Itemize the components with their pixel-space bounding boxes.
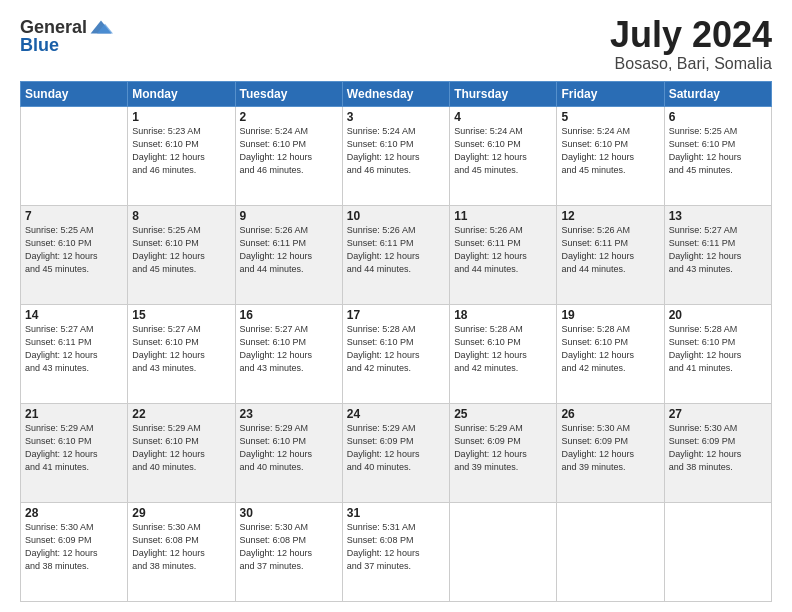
header-thursday: Thursday: [450, 81, 557, 106]
day-number: 13: [669, 209, 767, 223]
day-info: Sunrise: 5:27 AM Sunset: 6:11 PM Dayligh…: [25, 323, 123, 375]
day-info: Sunrise: 5:26 AM Sunset: 6:11 PM Dayligh…: [454, 224, 552, 276]
day-number: 15: [132, 308, 230, 322]
day-info: Sunrise: 5:26 AM Sunset: 6:11 PM Dayligh…: [561, 224, 659, 276]
day-number: 8: [132, 209, 230, 223]
day-info: Sunrise: 5:30 AM Sunset: 6:08 PM Dayligh…: [240, 521, 338, 573]
day-info: Sunrise: 5:25 AM Sunset: 6:10 PM Dayligh…: [669, 125, 767, 177]
day-info: Sunrise: 5:30 AM Sunset: 6:09 PM Dayligh…: [561, 422, 659, 474]
day-info: Sunrise: 5:29 AM Sunset: 6:09 PM Dayligh…: [347, 422, 445, 474]
header-tuesday: Tuesday: [235, 81, 342, 106]
day-number: 10: [347, 209, 445, 223]
day-number: 3: [347, 110, 445, 124]
day-number: 19: [561, 308, 659, 322]
day-number: 28: [25, 506, 123, 520]
table-row: 6Sunrise: 5:25 AM Sunset: 6:10 PM Daylig…: [664, 106, 771, 205]
day-number: 5: [561, 110, 659, 124]
table-row: 11Sunrise: 5:26 AM Sunset: 6:11 PM Dayli…: [450, 205, 557, 304]
table-row: 3Sunrise: 5:24 AM Sunset: 6:10 PM Daylig…: [342, 106, 449, 205]
day-info: Sunrise: 5:26 AM Sunset: 6:11 PM Dayligh…: [240, 224, 338, 276]
day-info: Sunrise: 5:28 AM Sunset: 6:10 PM Dayligh…: [454, 323, 552, 375]
table-row: 10Sunrise: 5:26 AM Sunset: 6:11 PM Dayli…: [342, 205, 449, 304]
table-row: 20Sunrise: 5:28 AM Sunset: 6:10 PM Dayli…: [664, 304, 771, 403]
day-number: 23: [240, 407, 338, 421]
day-number: 18: [454, 308, 552, 322]
day-number: 11: [454, 209, 552, 223]
day-number: 22: [132, 407, 230, 421]
table-row: 17Sunrise: 5:28 AM Sunset: 6:10 PM Dayli…: [342, 304, 449, 403]
day-info: Sunrise: 5:28 AM Sunset: 6:10 PM Dayligh…: [561, 323, 659, 375]
table-row: 25Sunrise: 5:29 AM Sunset: 6:09 PM Dayli…: [450, 403, 557, 502]
day-number: 30: [240, 506, 338, 520]
location-title: Bosaso, Bari, Somalia: [610, 55, 772, 73]
table-row: 24Sunrise: 5:29 AM Sunset: 6:09 PM Dayli…: [342, 403, 449, 502]
logo-icon: [89, 15, 113, 39]
day-info: Sunrise: 5:26 AM Sunset: 6:11 PM Dayligh…: [347, 224, 445, 276]
day-info: Sunrise: 5:25 AM Sunset: 6:10 PM Dayligh…: [25, 224, 123, 276]
weekday-header-row: Sunday Monday Tuesday Wednesday Thursday…: [21, 81, 772, 106]
day-number: 4: [454, 110, 552, 124]
day-number: 6: [669, 110, 767, 124]
table-row: 2Sunrise: 5:24 AM Sunset: 6:10 PM Daylig…: [235, 106, 342, 205]
month-title: July 2024: [610, 15, 772, 55]
header-sunday: Sunday: [21, 81, 128, 106]
table-row: 18Sunrise: 5:28 AM Sunset: 6:10 PM Dayli…: [450, 304, 557, 403]
day-info: Sunrise: 5:28 AM Sunset: 6:10 PM Dayligh…: [669, 323, 767, 375]
day-info: Sunrise: 5:31 AM Sunset: 6:08 PM Dayligh…: [347, 521, 445, 573]
day-number: 24: [347, 407, 445, 421]
table-row: 14Sunrise: 5:27 AM Sunset: 6:11 PM Dayli…: [21, 304, 128, 403]
day-number: 27: [669, 407, 767, 421]
table-row: 22Sunrise: 5:29 AM Sunset: 6:10 PM Dayli…: [128, 403, 235, 502]
day-number: 17: [347, 308, 445, 322]
table-row: 7Sunrise: 5:25 AM Sunset: 6:10 PM Daylig…: [21, 205, 128, 304]
table-row: 30Sunrise: 5:30 AM Sunset: 6:08 PM Dayli…: [235, 502, 342, 601]
header: General Blue July 2024 Bosaso, Bari, Som…: [20, 15, 772, 73]
day-info: Sunrise: 5:25 AM Sunset: 6:10 PM Dayligh…: [132, 224, 230, 276]
day-number: 14: [25, 308, 123, 322]
day-number: 9: [240, 209, 338, 223]
table-row: 21Sunrise: 5:29 AM Sunset: 6:10 PM Dayli…: [21, 403, 128, 502]
header-friday: Friday: [557, 81, 664, 106]
table-row: 12Sunrise: 5:26 AM Sunset: 6:11 PM Dayli…: [557, 205, 664, 304]
day-info: Sunrise: 5:24 AM Sunset: 6:10 PM Dayligh…: [240, 125, 338, 177]
day-info: Sunrise: 5:24 AM Sunset: 6:10 PM Dayligh…: [561, 125, 659, 177]
table-row: 19Sunrise: 5:28 AM Sunset: 6:10 PM Dayli…: [557, 304, 664, 403]
calendar-week-row: 1Sunrise: 5:23 AM Sunset: 6:10 PM Daylig…: [21, 106, 772, 205]
table-row: 31Sunrise: 5:31 AM Sunset: 6:08 PM Dayli…: [342, 502, 449, 601]
table-row: [450, 502, 557, 601]
table-row: 1Sunrise: 5:23 AM Sunset: 6:10 PM Daylig…: [128, 106, 235, 205]
day-info: Sunrise: 5:27 AM Sunset: 6:11 PM Dayligh…: [669, 224, 767, 276]
day-number: 25: [454, 407, 552, 421]
table-row: [21, 106, 128, 205]
table-row: 4Sunrise: 5:24 AM Sunset: 6:10 PM Daylig…: [450, 106, 557, 205]
table-row: 16Sunrise: 5:27 AM Sunset: 6:10 PM Dayli…: [235, 304, 342, 403]
calendar-week-row: 7Sunrise: 5:25 AM Sunset: 6:10 PM Daylig…: [21, 205, 772, 304]
table-row: 13Sunrise: 5:27 AM Sunset: 6:11 PM Dayli…: [664, 205, 771, 304]
day-info: Sunrise: 5:28 AM Sunset: 6:10 PM Dayligh…: [347, 323, 445, 375]
day-info: Sunrise: 5:24 AM Sunset: 6:10 PM Dayligh…: [347, 125, 445, 177]
day-info: Sunrise: 5:30 AM Sunset: 6:08 PM Dayligh…: [132, 521, 230, 573]
day-info: Sunrise: 5:29 AM Sunset: 6:10 PM Dayligh…: [132, 422, 230, 474]
day-info: Sunrise: 5:27 AM Sunset: 6:10 PM Dayligh…: [240, 323, 338, 375]
table-row: 15Sunrise: 5:27 AM Sunset: 6:10 PM Dayli…: [128, 304, 235, 403]
logo: General Blue: [20, 15, 113, 56]
table-row: 28Sunrise: 5:30 AM Sunset: 6:09 PM Dayli…: [21, 502, 128, 601]
calendar-week-row: 21Sunrise: 5:29 AM Sunset: 6:10 PM Dayli…: [21, 403, 772, 502]
calendar-table: Sunday Monday Tuesday Wednesday Thursday…: [20, 81, 772, 602]
day-number: 2: [240, 110, 338, 124]
day-info: Sunrise: 5:30 AM Sunset: 6:09 PM Dayligh…: [25, 521, 123, 573]
table-row: 23Sunrise: 5:29 AM Sunset: 6:10 PM Dayli…: [235, 403, 342, 502]
day-number: 29: [132, 506, 230, 520]
table-row: 26Sunrise: 5:30 AM Sunset: 6:09 PM Dayli…: [557, 403, 664, 502]
header-saturday: Saturday: [664, 81, 771, 106]
day-info: Sunrise: 5:29 AM Sunset: 6:10 PM Dayligh…: [25, 422, 123, 474]
day-number: 1: [132, 110, 230, 124]
day-number: 31: [347, 506, 445, 520]
table-row: 29Sunrise: 5:30 AM Sunset: 6:08 PM Dayli…: [128, 502, 235, 601]
day-info: Sunrise: 5:30 AM Sunset: 6:09 PM Dayligh…: [669, 422, 767, 474]
table-row: 27Sunrise: 5:30 AM Sunset: 6:09 PM Dayli…: [664, 403, 771, 502]
calendar-week-row: 14Sunrise: 5:27 AM Sunset: 6:11 PM Dayli…: [21, 304, 772, 403]
day-number: 26: [561, 407, 659, 421]
day-info: Sunrise: 5:23 AM Sunset: 6:10 PM Dayligh…: [132, 125, 230, 177]
table-row: 8Sunrise: 5:25 AM Sunset: 6:10 PM Daylig…: [128, 205, 235, 304]
